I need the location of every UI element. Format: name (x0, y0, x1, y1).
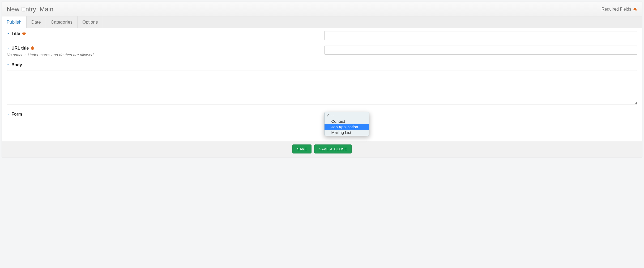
body-label: Body (11, 63, 22, 67)
tab-date[interactable]: Date (27, 16, 46, 28)
entry-panel: New Entry: Main Required Fields ✸ Publis… (2, 2, 642, 157)
save-close-button[interactable]: SAVE & CLOSE (314, 144, 352, 153)
panel-header: New Entry: Main Required Fields ✸ (2, 2, 642, 16)
form-label: Form (11, 112, 22, 117)
tab-options[interactable]: Options (78, 16, 103, 28)
save-button[interactable]: SAVE (292, 144, 312, 153)
check-icon: ✓ (326, 113, 330, 118)
title-input[interactable] (324, 31, 638, 40)
asterisk-icon: ✸ (22, 31, 26, 36)
field-body: Body (7, 60, 637, 109)
title-label: Title (11, 31, 20, 36)
asterisk-icon: ✸ (633, 7, 637, 12)
tab-publish[interactable]: Publish (2, 16, 27, 28)
panel-footer: SAVE SAVE & CLOSE (2, 141, 642, 157)
tab-categories[interactable]: Categories (46, 16, 78, 28)
field-url-title: URL title ✸ No spaces. Underscores and d… (7, 43, 637, 60)
chevron-down-icon[interactable] (7, 47, 10, 50)
field-title: Title ✸ (7, 28, 637, 43)
body-textarea[interactable] (7, 70, 637, 104)
asterisk-icon: ✸ (30, 46, 35, 51)
field-form: Form ✓ -- Contact (7, 109, 637, 140)
chevron-down-icon[interactable] (7, 32, 10, 35)
page-title: New Entry: Main (7, 6, 53, 13)
chevron-down-icon[interactable] (7, 63, 10, 67)
publish-form: Title ✸ URL title ✸ (2, 28, 642, 141)
url-title-help: No spaces. Underscores and dashes are al… (7, 52, 322, 57)
form-select[interactable]: ✓ -- Contact Job Application (324, 112, 638, 137)
url-title-label: URL title (11, 46, 29, 51)
chevron-down-icon[interactable] (7, 113, 10, 116)
tabs: Publish Date Categories Options (2, 16, 642, 28)
form-option-job-application[interactable]: Job Application (325, 124, 369, 130)
url-title-input[interactable] (324, 46, 638, 55)
required-fields-label: Required Fields ✸ (602, 7, 637, 12)
form-dropdown: ✓ -- Contact Job Application (324, 112, 369, 136)
form-option-contact[interactable]: Contact (325, 118, 369, 124)
form-option-none[interactable]: ✓ -- (325, 113, 369, 118)
form-option-mailing-list[interactable]: Mailing List (325, 130, 369, 135)
